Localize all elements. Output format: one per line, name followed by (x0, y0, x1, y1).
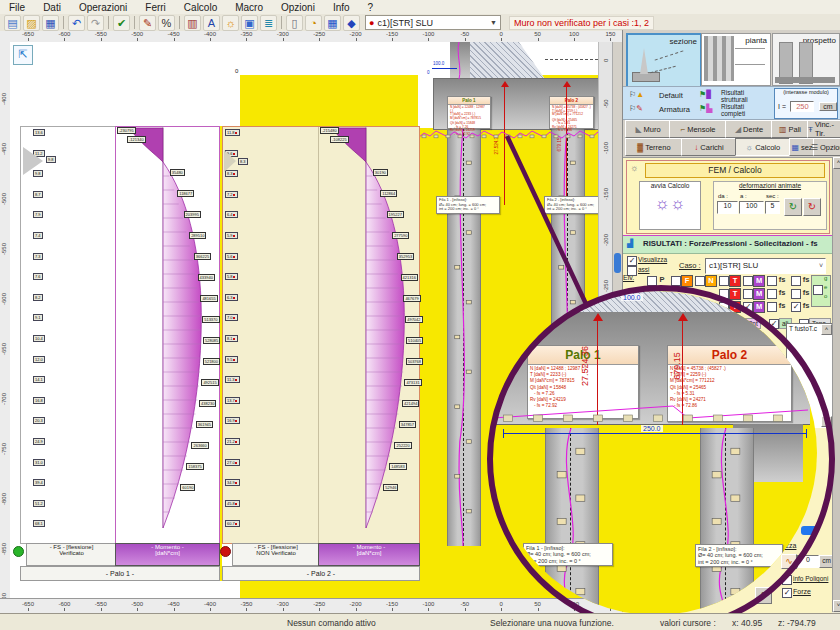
play-animation-button[interactable]: ↻ (784, 198, 802, 216)
visualizza-checkbox[interactable]: ✓ (627, 256, 637, 266)
result-checkbox[interactable] (695, 276, 705, 286)
shield-icon[interactable]: ◆ (343, 15, 360, 31)
result-checkbox[interactable] (671, 276, 681, 286)
ruler-label: -800 (1, 485, 7, 505)
result-checkbox[interactable] (719, 289, 729, 299)
da-input[interactable]: 10 (717, 201, 738, 214)
new-icon[interactable]: ▤ (4, 15, 21, 31)
menu-?[interactable]: ? (359, 2, 383, 13)
fs-value-marker: 11.3 (225, 376, 240, 383)
result-checkbox[interactable] (767, 302, 777, 312)
result-checkbox[interactable] (791, 289, 801, 299)
pie-chart-icon[interactable]: ◔ (305, 15, 322, 31)
menu-ferri[interactable]: Ferri (136, 2, 175, 13)
menu-opzioni[interactable]: Opzioni (272, 2, 324, 13)
tab-calcolo[interactable]: ☼Calcolo (735, 138, 791, 156)
save-icon[interactable]: ▦ (42, 15, 59, 31)
avvia-calcolo-button[interactable]: avvia Calcolo ☼☼ (639, 181, 701, 230)
result-checkbox[interactable] (767, 276, 777, 286)
ruler-label: -350 (240, 601, 252, 607)
menu-operazioni[interactable]: Operazioni (70, 2, 136, 13)
panel-scrollbar[interactable]: ˄ ˅ (832, 157, 840, 612)
sun-gear-icon[interactable]: ☼ (222, 15, 239, 31)
moment-value-marker: 503768 (406, 358, 423, 365)
menu-dati[interactable]: Dati (34, 2, 70, 13)
tab-terreno[interactable]: ▓Terreno (625, 138, 683, 156)
result-checkbox[interactable] (719, 276, 729, 286)
default-option-label[interactable]: Default (659, 91, 683, 100)
percent-icon[interactable]: % (158, 15, 175, 31)
chevron-down-icon[interactable]: ▼ (490, 19, 497, 26)
tab-vinctir[interactable]: ŦVinc.-Tir. (807, 120, 840, 138)
ruler-label: -100 (422, 601, 434, 607)
view-prospetto-button[interactable]: prospetto (772, 33, 840, 86)
result-checkbox[interactable]: ✓ (791, 302, 801, 312)
result-checkbox[interactable] (647, 276, 657, 286)
series-letter-f: F (681, 275, 693, 287)
edit-pen-icon[interactable]: ✎ (139, 15, 156, 31)
scroll-down-icon[interactable]: ˅ (821, 416, 832, 427)
result-checkbox[interactable] (743, 289, 753, 299)
ali-checkbox[interactable]: ✓ (769, 319, 779, 329)
tab-pali[interactable]: ▥Pali (771, 120, 809, 138)
scroll-up-icon[interactable]: ˄ (833, 157, 840, 169)
risultati-completi-label[interactable]: Risultati completi (721, 103, 769, 117)
view-sezione-button[interactable]: sezione (626, 33, 702, 88)
stop-animation-button[interactable]: ↻ (803, 198, 821, 216)
checklist-icon[interactable]: ✔ (113, 15, 130, 31)
open-folder-icon[interactable]: ▨ (23, 15, 40, 31)
result-checkbox[interactable] (767, 289, 777, 299)
fs-value-marker: 9.5 (225, 356, 238, 363)
scroll-down-icon[interactable]: ˅ (833, 600, 840, 612)
calculator-icon[interactable]: ▦ (324, 15, 341, 31)
find-text-icon[interactable]: A (203, 15, 220, 31)
chevron-down-icon[interactable]: ˅ (819, 259, 823, 272)
scroll-up-icon[interactable]: ˄ (821, 324, 832, 335)
a-input[interactable]: 100 (739, 201, 764, 214)
tab-opzioni[interactable]: ☰Opzioni (813, 138, 840, 156)
tab-muro[interactable]: ◣Muro (625, 120, 671, 138)
window-icon[interactable]: ▣ (241, 15, 258, 31)
forze-checkbox[interactable]: ✓ (782, 588, 792, 598)
ruler-label: -550 (1, 235, 7, 255)
blue-marker-shape (801, 526, 818, 535)
armatura-option-label[interactable]: Armatura (659, 105, 690, 114)
menu-file[interactable]: File (0, 2, 34, 13)
tab-dente[interactable]: ◢Dente (725, 120, 773, 138)
fs-value-marker: 8.2 (33, 294, 43, 301)
result-checkbox[interactable] (791, 276, 801, 286)
info-poligoni-label: info Poligoni (793, 575, 828, 582)
moment-value-marker: 263660 (191, 442, 208, 449)
menu-calcolo[interactable]: Calcolo (175, 2, 226, 13)
view-pianta-button[interactable]: pianta (701, 33, 771, 86)
interasse-input[interactable]: 250 (790, 101, 814, 112)
info-poligoni-checkbox[interactable] (782, 575, 792, 585)
tab-mensole[interactable]: ⌐Mensole (669, 120, 727, 138)
fs-value-marker: 51.2 (33, 500, 45, 507)
book-icon[interactable]: ▥ (184, 15, 201, 31)
measure-icon[interactable]: ∿ (781, 554, 797, 569)
moment-value-marker: 366225 (194, 253, 211, 260)
undo-icon[interactable]: ↶ (68, 15, 85, 31)
tab-carichi[interactable]: ↓Carichi (681, 138, 737, 156)
sec-input[interactable]: 5 (765, 201, 780, 214)
risultati-strutturali-label[interactable]: Risultati strutturali (721, 89, 769, 103)
help-button[interactable]: ? (755, 587, 772, 604)
origin-label: 0 (235, 68, 238, 74)
network-icon[interactable]: ≣ (260, 15, 277, 31)
offset-input[interactable]: 0 (797, 555, 819, 568)
result-checkbox[interactable] (743, 276, 753, 286)
document-icon[interactable]: ▯ (286, 15, 303, 31)
menu-info[interactable]: Info (324, 2, 359, 13)
redo-icon[interactable]: ↷ (87, 15, 104, 31)
pointer-tool-icon[interactable]: ⇱ (13, 45, 33, 65)
result-checkbox[interactable]: ✓ (743, 302, 753, 312)
caso-combo[interactable]: c1)[STR] SLU ˅ (705, 258, 826, 274)
menu-macro[interactable]: Macro (226, 2, 272, 13)
geo-checkbox[interactable] (813, 285, 823, 295)
case-selector-combo[interactable]: ● c1)[STR] SLU ▼ (365, 15, 501, 30)
moment-value-marker: -121340 (127, 136, 146, 143)
scrollbar-thumb[interactable] (614, 253, 621, 273)
moment-value-marker: 52946 (383, 484, 398, 491)
ruler-label: -700 (1, 385, 7, 405)
